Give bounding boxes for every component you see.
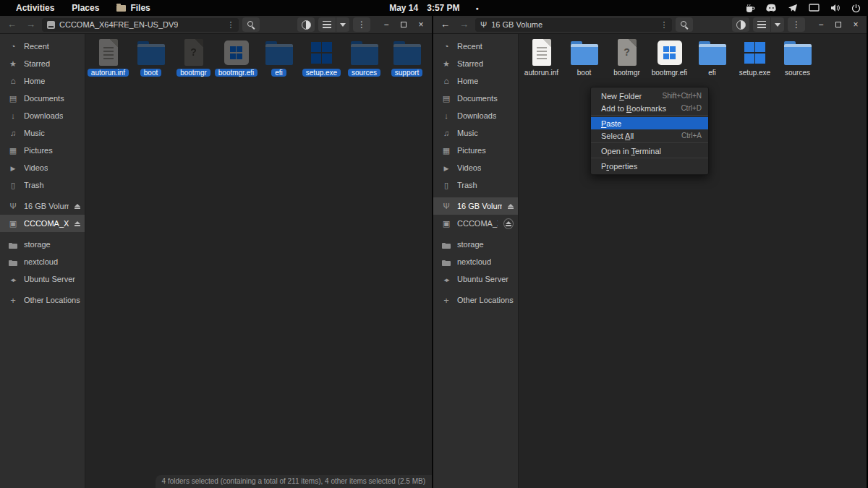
sidebar-item[interactable]: 16 GB Volume [433, 197, 518, 215]
file-icon [262, 38, 297, 67]
menu-item-shortcut: Shift+Ctrl+N [663, 92, 702, 100]
file-item[interactable]: support [386, 38, 428, 77]
file-item[interactable]: bootmgr [172, 38, 215, 77]
caffeine-cup-icon[interactable] [745, 4, 755, 13]
forward-button[interactable]: → [456, 18, 472, 31]
files-app-menu[interactable]: Files [108, 3, 158, 13]
file-item[interactable]: efi [258, 38, 300, 77]
context-menu-item[interactable]: Properties [591, 160, 708, 172]
power-icon[interactable] [851, 4, 861, 13]
telegram-icon[interactable] [788, 4, 798, 12]
file-item[interactable]: autorun.inf [87, 38, 129, 77]
sidebar-item-label: Other Locations [457, 296, 514, 304]
view-toggle-button[interactable] [318, 17, 336, 32]
sidebar-item[interactable]: Home [433, 72, 518, 90]
sidebar-item[interactable]: Recent [0, 38, 85, 55]
eject-button[interactable] [508, 204, 514, 209]
operations-button[interactable] [732, 17, 749, 32]
file-item[interactable]: bootmgr.efi [648, 38, 691, 77]
places-menu[interactable]: Places [63, 3, 108, 13]
sidebar-item-icon [8, 202, 18, 210]
sidebar-item[interactable]: Trash [0, 176, 85, 194]
sidebar-item[interactable]: Starred [0, 55, 85, 72]
path-bar[interactable]: CCCOMA_X64FRE_EN-US_DV9 ⋮ [42, 18, 239, 32]
minimize-button[interactable]: − [814, 18, 827, 31]
sidebar-item[interactable]: Other Locations [0, 291, 85, 309]
sidebar-item[interactable]: storage [433, 236, 518, 253]
sidebar-item[interactable]: Starred [433, 55, 518, 72]
close-button[interactable]: × [414, 18, 427, 31]
path-bar[interactable]: Ψ 16 GB Volume ⋮ [475, 18, 672, 32]
file-name: bootmgr.efi [215, 69, 258, 77]
path-menu-button[interactable]: ⋮ [226, 20, 236, 30]
sidebar-item[interactable]: Downloads [433, 107, 518, 124]
file-item[interactable]: setup.exe [733, 38, 776, 77]
discord-icon[interactable] [766, 4, 777, 12]
path-menu-button[interactable]: ⋮ [659, 20, 669, 30]
file-item[interactable]: bootmgr.efi [215, 38, 258, 77]
search-button[interactable] [676, 17, 693, 32]
sidebar-item[interactable]: Pictures [433, 142, 518, 159]
file-item[interactable]: efi [691, 38, 733, 77]
sidebar-item[interactable]: Documents [0, 90, 85, 107]
sidebar-item[interactable]: Trash [433, 176, 518, 194]
sidebar-item[interactable]: nextcloud [0, 253, 85, 270]
sidebar-item-label: Home [457, 77, 478, 85]
sidebar-item[interactable]: Videos [0, 159, 85, 176]
sidebar-item[interactable]: storage [0, 236, 85, 253]
sidebar-item[interactable]: Ubuntu Server [0, 270, 85, 288]
back-button[interactable]: ← [4, 18, 20, 31]
file-item[interactable]: bootmgr [605, 38, 648, 77]
eject-button[interactable] [75, 204, 80, 209]
volume-icon[interactable] [830, 4, 841, 12]
file-icon [610, 38, 644, 67]
file-item[interactable]: setup.exe [300, 38, 343, 77]
eject-button[interactable] [75, 221, 80, 226]
sidebar-item[interactable]: CCCOMA_X6... [0, 215, 85, 232]
maximize-button[interactable] [397, 18, 410, 31]
file-item[interactable]: sources [776, 38, 819, 77]
sidebar-item[interactable]: Videos [433, 159, 518, 176]
sidebar-item-label: CCCOMA_X6... [457, 219, 498, 228]
view-toggle-button[interactable] [753, 17, 770, 32]
context-menu-item[interactable]: Paste [591, 117, 708, 129]
file-item[interactable]: boot [563, 38, 605, 77]
sidebar-item-icon [441, 202, 451, 210]
context-menu-item[interactable]: Select All Ctrl+A [591, 129, 708, 143]
forward-button[interactable]: → [23, 18, 38, 31]
eject-button[interactable] [503, 218, 514, 229]
context-menu-item[interactable]: Add to Bookmarks Ctrl+D [591, 102, 708, 116]
sidebar-item[interactable]: Other Locations [433, 291, 518, 309]
context-menu-item[interactable]: Open in Terminal [591, 145, 708, 158]
screen-share-icon[interactable] [809, 4, 820, 12]
sidebar-item[interactable]: CCCOMA_X6... [433, 215, 518, 232]
sidebar-item[interactable]: Music [0, 124, 85, 142]
activities-button[interactable]: Activities [7, 3, 63, 13]
clock[interactable]: May 14 3:57 PM ● [389, 3, 479, 13]
view-options-button[interactable] [771, 17, 784, 32]
sidebar-item[interactable]: nextcloud [433, 253, 518, 270]
sidebar-item[interactable]: Pictures [0, 142, 85, 159]
sidebar-item[interactable]: Home [0, 72, 85, 90]
sidebar-item[interactable]: Recent [433, 38, 518, 55]
window-menu-button[interactable]: ⋮ [788, 17, 805, 32]
maximize-button[interactable] [832, 18, 845, 31]
sidebar-item-icon [8, 42, 18, 51]
context-menu-item[interactable]: New Folder Shift+Ctrl+N [591, 90, 708, 102]
sidebar-item[interactable]: Ubuntu Server [433, 270, 518, 288]
sidebar-item[interactable]: Downloads [0, 107, 85, 124]
file-item[interactable]: autorun.inf [520, 38, 563, 77]
close-button[interactable]: × [849, 18, 862, 31]
file-item[interactable]: sources [343, 38, 386, 77]
search-button[interactable] [242, 17, 260, 32]
back-button[interactable]: ← [438, 18, 453, 31]
minimize-button[interactable]: − [380, 18, 393, 31]
sidebar-item[interactable]: Documents [433, 90, 518, 107]
operations-button[interactable] [297, 17, 315, 32]
file-item[interactable]: boot [129, 38, 172, 77]
window-menu-button[interactable]: ⋮ [353, 17, 370, 32]
sidebar-item-icon [8, 258, 18, 265]
sidebar-item[interactable]: Music [433, 124, 518, 142]
view-options-button[interactable] [336, 17, 349, 32]
sidebar-item[interactable]: 16 GB Volume [0, 197, 85, 215]
